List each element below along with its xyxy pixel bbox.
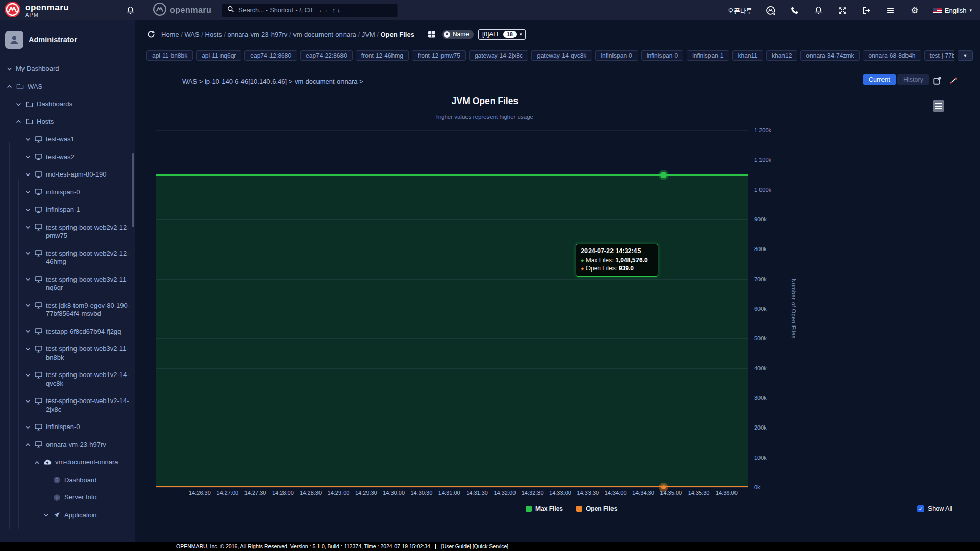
chevron-down-icon[interactable]: [24, 206, 31, 214]
sidebar-item-dashboards[interactable]: Dashboards: [0, 95, 135, 113]
notifications-bell-icon[interactable]: [813, 5, 824, 16]
breadcrumb-link[interactable]: WAS: [185, 31, 200, 38]
gridline: [156, 190, 748, 190]
openmaru-chat-icon[interactable]: [765, 5, 776, 16]
chevron-down-icon[interactable]: [24, 223, 31, 232]
search-input[interactable]: [238, 7, 392, 14]
chevron-up-icon[interactable]: [24, 441, 31, 449]
breadcrumb-link[interactable]: vm-document-onnara: [293, 31, 356, 38]
monitor-icon: [34, 345, 42, 353]
sidebar-item-infinispan-0[interactable]: infinispan-0: [0, 418, 135, 436]
chevron-down-icon[interactable]: [6, 65, 12, 73]
show-all-checkbox[interactable]: ✓: [917, 505, 924, 512]
chevron-down-icon[interactable]: [24, 328, 31, 336]
grid-view-icon[interactable]: [426, 29, 437, 40]
chevron-up-icon[interactable]: [15, 118, 21, 126]
chevron-down-icon[interactable]: [24, 153, 31, 161]
filter-chip[interactable]: khan12: [766, 50, 797, 61]
chevron-down-icon[interactable]: [24, 345, 31, 353]
sidebar-item-test-was2[interactable]: test-was2: [0, 148, 135, 166]
sidebar-item-testapp-6f8cd67b94-fj2gq[interactable]: testapp-6f8cd67b94-fj2gq: [0, 323, 135, 341]
current-button[interactable]: Current: [863, 74, 896, 85]
filter-chip[interactable]: front-12-pmw75: [412, 50, 466, 61]
filter-chip[interactable]: eap74-12:8680: [244, 50, 297, 61]
sidebar-item-rnd-test-apm-80-190[interactable]: rnd-test-apm-80-190: [0, 166, 135, 184]
filter-chip[interactable]: onnara-34-74zmk: [800, 50, 860, 61]
chevron-down-icon[interactable]: [24, 302, 31, 310]
refresh-icon[interactable]: [145, 29, 157, 40]
settings-gear-icon[interactable]: ⚙: [909, 5, 920, 16]
chevron-down-icon[interactable]: [24, 188, 31, 196]
filter-chip[interactable]: gateway-14-2jx8c: [469, 50, 528, 61]
logout-icon[interactable]: [861, 5, 872, 16]
chevron-down-icon[interactable]: [24, 276, 31, 284]
filter-chip[interactable]: infinispan-0: [641, 50, 683, 61]
breadcrumb-link[interactable]: Hosts: [205, 31, 222, 38]
chevron-down-icon[interactable]: [24, 249, 31, 258]
filter-chip[interactable]: eap74-22:8680: [300, 50, 353, 61]
sidebar-item-test-was1[interactable]: test-was1: [0, 131, 135, 148]
menu-icon[interactable]: [885, 5, 896, 16]
chevron-down-icon[interactable]: [24, 397, 31, 405]
instance-path[interactable]: WAS > ip-10-140-6-46[10.140.6.46] > vm-d…: [182, 78, 363, 85]
breadcrumb-link[interactable]: JVM: [362, 31, 375, 38]
all-dropdown[interactable]: [0]ALL 18 ▾: [478, 29, 526, 40]
chevron-down-icon[interactable]: [24, 170, 31, 179]
filter-chip[interactable]: onnara-68-8db4h: [863, 50, 921, 61]
history-button[interactable]: History: [897, 74, 929, 85]
filter-chip[interactable]: gateway-14-qvc8k: [531, 50, 592, 61]
sidebar-item-my-dashboard[interactable]: My Dashboard: [0, 60, 135, 78]
sidebar-item-infinispan-1[interactable]: infinispan-1: [0, 201, 135, 219]
legend-item[interactable]: Open Files: [576, 505, 617, 512]
chevron-down-icon[interactable]: [24, 371, 31, 379]
breadcrumb-link[interactable]: Home: [161, 31, 179, 38]
sidebar-item-test-spring-boot-web1v2-14-qvc8k[interactable]: test-spring-boot-web1v2-14-qvc8k: [0, 366, 135, 392]
filter-chip[interactable]: api-11-bn8bk: [146, 50, 193, 61]
gridline: [156, 160, 748, 160]
filter-chip[interactable]: test-j-77bf8564: [924, 50, 955, 61]
sidebar-item-vm-document-onnara[interactable]: vm-document-onnara: [0, 454, 135, 471]
chart-context-menu-icon[interactable]: [933, 100, 944, 112]
footer-links[interactable]: [User Guide] [Quick Service]: [441, 543, 508, 549]
chevron-down-icon[interactable]: [24, 423, 31, 431]
sidebar-item-infinispan-0[interactable]: infinispan-0: [0, 184, 135, 202]
sidebar-item-test-jdk8-tom9-egov-80-190-77bf8564f4-msvbd[interactable]: test-jdk8-tom9-egov-80-190-77bf8564f4-ms…: [0, 297, 135, 323]
sidebar-item-onnara-vm-23-h97rv[interactable]: onnara-vm-23-h97rv: [0, 436, 135, 454]
sidebar-item-test-spring-boot-web2v2-12-pmw75[interactable]: test-spring-boot-web2v2-12-pmw75: [0, 219, 135, 245]
legend-item[interactable]: Max Files: [526, 505, 563, 512]
chips-more-button[interactable]: ▼: [958, 50, 973, 61]
sidebar-item-dashboard[interactable]: Dashboard: [0, 471, 135, 489]
sidebar-item-test-spring-boot-web3v2-11-bn8bk[interactable]: test-spring-boot-web3v2-11-bn8bk: [0, 340, 135, 366]
chevron-down-icon[interactable]: [15, 100, 21, 108]
filter-chip[interactable]: infinispan-0: [595, 50, 638, 61]
filter-chip[interactable]: front-12-46hmg: [356, 50, 409, 61]
bell-icon[interactable]: [125, 5, 136, 16]
arrows-out-icon[interactable]: [837, 5, 848, 16]
filter-chip[interactable]: infinispan-1: [687, 50, 729, 61]
chevron-up-icon[interactable]: [34, 458, 40, 466]
sidebar-scrollbar[interactable]: [132, 153, 134, 227]
chevron-down-icon[interactable]: [43, 511, 49, 519]
sidebar-item-label: test-spring-boot-web2v2-12-pmw75: [46, 223, 132, 240]
external-link-icon[interactable]: [932, 75, 943, 86]
chevron-down-icon: ▾: [520, 32, 522, 37]
avatar[interactable]: [5, 31, 23, 49]
sidebar-item-test-spring-boot-web1v2-14-2jx8c[interactable]: test-spring-boot-web1v2-14-2jx8c: [0, 392, 135, 418]
sidebar-item-application[interactable]: Application: [0, 507, 135, 524]
filter-chip[interactable]: khan11: [732, 50, 763, 61]
phone-icon[interactable]: [789, 5, 800, 16]
sidebar-item-server-info[interactable]: Server Info: [0, 489, 135, 507]
sidebar-item-test-spring-boot-web2v2-12-46hmg[interactable]: test-spring-boot-web2v2-12-46hmg: [0, 245, 135, 271]
sidebar-item-test-spring-boot-web3v2-11-nq6qr[interactable]: test-spring-boot-web3v2-11-nq6qr: [0, 271, 135, 297]
language-selector[interactable]: English ▾: [933, 7, 972, 14]
close-icon[interactable]: ×: [444, 31, 450, 38]
name-filter-pill[interactable]: × Name: [442, 30, 474, 39]
folder-icon: [25, 100, 33, 108]
filter-chip[interactable]: api-11-nq6qr: [196, 50, 241, 61]
fullscreen-icon[interactable]: [948, 75, 959, 86]
chevron-up-icon[interactable]: [6, 83, 12, 91]
chevron-down-icon[interactable]: [24, 135, 31, 143]
sidebar-item-hosts[interactable]: Hosts: [0, 113, 135, 131]
sidebar-item-was[interactable]: WAS: [0, 78, 135, 96]
breadcrumb-link[interactable]: onnara-vm-23-h97rv: [228, 31, 288, 38]
